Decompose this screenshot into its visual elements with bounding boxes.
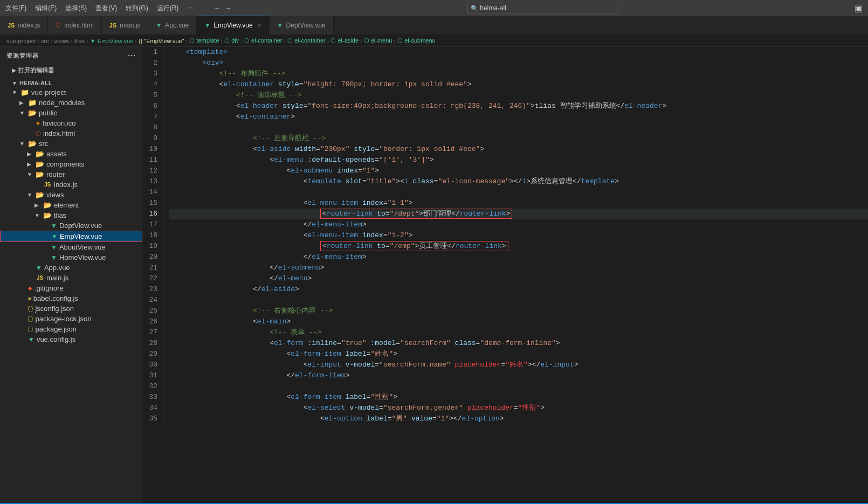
editor-area[interactable]: 1 2 3 4 5 6 7 8 9 10 11 12 13 14 15 16 1… xyxy=(143,47,868,503)
tree-item-vue-project[interactable]: ▼ 📁 vue-project xyxy=(0,87,142,98)
code-token: </el-menu> xyxy=(169,273,312,284)
code-token: <el-form :inline="true" :model="searchFo… xyxy=(169,338,560,349)
tree-item-label: App.vue xyxy=(44,264,70,272)
project-section[interactable]: ▼ HEIMA-ALL xyxy=(0,78,142,87)
babel-icon: ≡ xyxy=(28,295,31,301)
tree-item-views[interactable]: ▼ 📂 views xyxy=(0,190,142,200)
json-icon: { } xyxy=(28,326,33,332)
code-token: <el-menu :default-openeds="['1', '3']"> xyxy=(169,155,434,165)
code-token: </el-form-item> xyxy=(169,370,349,381)
tab-close-button[interactable]: ✕ xyxy=(257,23,261,29)
tree-item-label: .gitignore xyxy=(35,284,63,292)
bc-el-submenu: ⬡ el-submenu xyxy=(397,37,436,44)
line-num: 22 xyxy=(147,273,157,284)
line-num: 12 xyxy=(147,165,157,176)
main-area: 资源管理器 ··· ▶ 打开的编辑器 ▼ HEIMA-ALL ▼ 📁 vue-p… xyxy=(0,47,868,503)
code-line-13: <template slot="title"><i class="el-icon… xyxy=(169,176,868,187)
tree-item-index-html[interactable]: ⬡ index.html xyxy=(0,128,142,139)
folder-icon: 📂 xyxy=(36,160,44,168)
line-num: 33 xyxy=(147,392,157,403)
tree-item-label: EmpView.vue xyxy=(60,232,102,240)
tree-item-favicon[interactable]: ★ favicon.ico xyxy=(0,118,142,128)
tree-item-package-lock[interactable]: { } package-lock.json xyxy=(0,314,142,324)
menu-goto[interactable]: 转到(G) xyxy=(126,4,148,13)
tree-item-router[interactable]: ▼ 📂 router xyxy=(0,169,142,179)
code-token: <el-form-item label="姓名"> xyxy=(169,349,397,360)
line-num: 30 xyxy=(147,360,157,370)
titlebar: 文件(F) 编辑(E) 选择(S) 查看(V) 转到(G) 运行(R) ··· … xyxy=(0,0,868,16)
chevron-down-icon: ▼ xyxy=(12,80,17,86)
menu-edit[interactable]: 编辑(E) xyxy=(35,4,57,13)
vue-icon: ▼ xyxy=(277,22,283,29)
line-num: 27 xyxy=(147,327,157,338)
code-line-2: <div> xyxy=(169,58,868,68)
tree-item-gitignore[interactable]: ◆ .gitignore xyxy=(0,283,142,293)
tree-item-deptview[interactable]: ▼ DeptView.vue xyxy=(0,220,142,231)
folder-icon: 📂 xyxy=(36,150,44,158)
tree-item-label: public xyxy=(39,109,57,117)
code-line-1: <template> xyxy=(169,47,868,58)
tree-item-tlias[interactable]: ▼ 📂 tlias xyxy=(0,210,142,220)
tree-item-label: tlias xyxy=(54,211,66,219)
code-line-34: <el-select v-model="searchForm.gender" p… xyxy=(169,403,868,413)
search-input[interactable] xyxy=(467,3,618,13)
tab-app-vue[interactable]: ▼ App.vue xyxy=(148,16,197,34)
tree-item-app-vue[interactable]: ▼ App.vue xyxy=(0,263,142,273)
chevron-right-icon: ▶ xyxy=(27,161,33,167)
tab-deptview-vue[interactable]: ▼ DeptView.vue xyxy=(270,16,334,34)
line-num: 28 xyxy=(147,338,157,349)
breadcrumb: vue-project › src › views › tlias › ▼ Em… xyxy=(0,35,868,47)
chevron-down-icon: ▼ xyxy=(35,212,41,218)
bc-part: tlias xyxy=(74,38,85,44)
tree-item-babel[interactable]: ≡ babel.config.js xyxy=(0,293,142,303)
tree-item-components[interactable]: ▶ 📂 components xyxy=(0,159,142,169)
tree-item-empview[interactable]: ▼ EmpView.vue xyxy=(0,231,142,242)
menu-select[interactable]: 选择(S) xyxy=(65,4,87,13)
menu-file[interactable]: 文件(F) xyxy=(5,4,26,13)
line-num: 15 xyxy=(147,198,157,209)
tree-item-element[interactable]: ▶ 📂 element xyxy=(0,200,142,210)
code-line-19: <router-link to="/emp">员工管理</router-link… xyxy=(169,241,868,252)
bc-template: ⬡ template xyxy=(189,37,219,44)
tree-item-jsconfig[interactable]: { } jsconfig.json xyxy=(0,303,142,314)
tab-label: DeptView.vue xyxy=(286,22,326,29)
tree-item-label: node_modules xyxy=(39,99,85,107)
folder-icon: 📂 xyxy=(28,140,37,148)
menu-run[interactable]: 运行(R) xyxy=(157,4,179,13)
tree-item-label: package-lock.json xyxy=(35,315,91,323)
tab-empview-vue[interactable]: ▼ EmpView.vue ✕ xyxy=(197,16,269,34)
tree-item-main-js[interactable]: JS main.js xyxy=(0,273,142,283)
menu-more[interactable]: ··· xyxy=(187,4,192,13)
tree-item-assets[interactable]: ▶ 📂 assets xyxy=(0,149,142,159)
tree-item-vue-config[interactable]: ▼ vue.config.js xyxy=(0,334,142,344)
tree-item-router-index[interactable]: JS index.js xyxy=(0,179,142,190)
nav-back[interactable]: ← xyxy=(214,4,221,12)
code-line-5: <!-- 顶部标题 --> xyxy=(169,90,868,101)
tree-item-public[interactable]: ▼ 📂 public xyxy=(0,108,142,118)
code-line-18: <el-menu-item index="1-2"> xyxy=(169,230,868,241)
tree-item-package[interactable]: { } package.json xyxy=(0,324,142,334)
js-icon: JS xyxy=(36,275,44,281)
tree-item-aboutview[interactable]: ▼ AboutView.vue xyxy=(0,242,142,252)
line-num: 4 xyxy=(147,79,157,90)
sidebar-more-button[interactable]: ··· xyxy=(128,51,136,60)
code-line-29: <el-form-item label="姓名"> xyxy=(169,349,868,360)
tab-main-js[interactable]: JS main.js xyxy=(102,16,148,34)
line-num: 8 xyxy=(147,122,157,133)
menu-view[interactable]: 查看(V) xyxy=(95,4,117,13)
code-line-6: <el-header style="font-size:40px;backgro… xyxy=(169,101,868,112)
code-token: </el-aside> xyxy=(169,284,299,295)
line-num: 18 xyxy=(147,230,157,241)
line-num: 25 xyxy=(147,306,157,316)
open-editors-section[interactable]: ▶ 打开的编辑器 xyxy=(0,64,142,75)
tree-item-node-modules[interactable]: ▶ 📁 node_modules xyxy=(0,98,142,108)
tab-index-js[interactable]: JS index.js xyxy=(0,16,48,34)
nav-forward[interactable]: → xyxy=(225,4,231,12)
json-icon: { } xyxy=(28,306,33,312)
tab-index-html[interactable]: ⬡ index.html xyxy=(48,16,102,34)
chevron-down-icon: ▼ xyxy=(19,141,26,147)
tree-item-homeview[interactable]: ▼ HomeView.vue xyxy=(0,252,142,263)
code-token: <el-input v-model="searchForm.name" plac… xyxy=(169,360,578,370)
code-line-28: <el-form :inline="true" :model="searchFo… xyxy=(169,338,868,349)
tree-item-src[interactable]: ▼ 📂 src xyxy=(0,139,142,149)
